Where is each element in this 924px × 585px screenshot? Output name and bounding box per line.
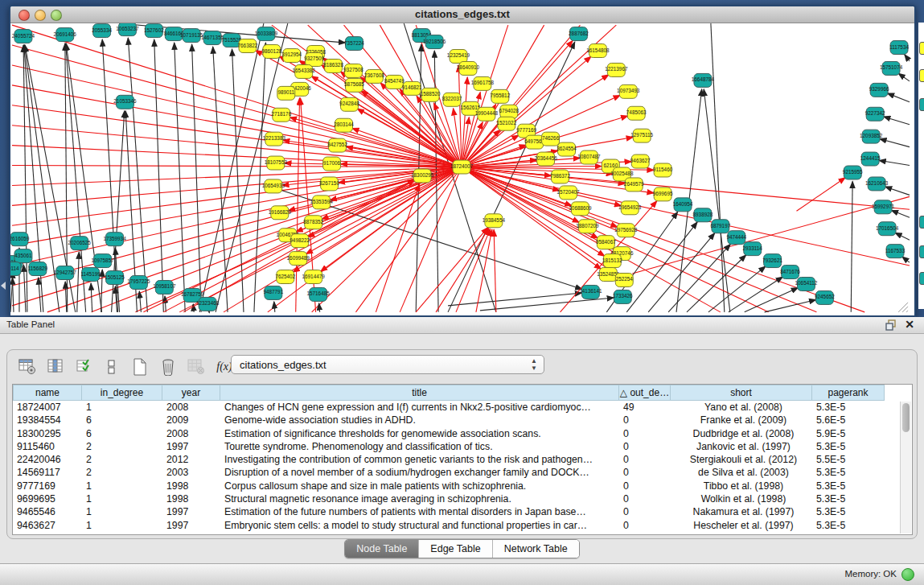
table-panel-header[interactable]: Table Panel ✕ bbox=[0, 317, 924, 334]
graph-node[interactable]: 12325419 bbox=[447, 50, 470, 64]
graph-node[interactable]: 9474444 bbox=[726, 231, 746, 245]
scrollbar-thumb[interactable] bbox=[902, 403, 910, 432]
delete-table-icon[interactable] bbox=[158, 356, 179, 377]
table-row[interactable]: 1872400712008Changes of HCN gene express… bbox=[13, 401, 912, 414]
graph-node[interactable]: 16099489 bbox=[287, 252, 310, 266]
row-height-icon[interactable] bbox=[101, 356, 122, 377]
graph-node[interactable]: 9242848 bbox=[339, 97, 359, 111]
network-canvas-svg[interactable]: 2405572420691406205533410653237152760284… bbox=[10, 23, 911, 314]
graph-node[interactable]: 16914479 bbox=[302, 270, 326, 284]
column-header-out_de[interactable]: △ out_de… bbox=[619, 385, 671, 401]
table-row[interactable]: 2242004622012Investigating the contribut… bbox=[13, 453, 912, 466]
graph-node[interactable]: 2803144 bbox=[334, 118, 354, 132]
graph-node[interactable]: 8471676 bbox=[780, 266, 800, 279]
graph-node[interactable]: 7663822 bbox=[238, 39, 258, 53]
graph-node[interactable]: 10975857 bbox=[91, 254, 114, 268]
graph-node[interactable]: 18640910 bbox=[457, 61, 480, 75]
graph-node[interactable]: 252254 bbox=[615, 274, 633, 287]
graph-node[interactable]: 15716485 bbox=[306, 287, 330, 301]
graph-node[interactable]: 9487791 bbox=[263, 286, 283, 299]
graph-node[interactable]: 16543382 bbox=[293, 64, 316, 78]
graph-node[interactable]: 16154808 bbox=[586, 44, 610, 58]
graph-node[interactable]: 1156829 bbox=[28, 262, 48, 276]
graph-node[interactable]: 8267150 bbox=[319, 177, 339, 191]
table-selector-combobox[interactable]: citations_edges.txt ▲▼ bbox=[231, 355, 544, 374]
graph-node[interactable]: 10653237 bbox=[116, 23, 139, 36]
graph-node[interactable]: 10719135 bbox=[180, 29, 203, 43]
graph-node[interactable]: 14671355 bbox=[201, 31, 224, 45]
graph-node[interactable]: 12093852 bbox=[860, 130, 883, 143]
graph-node[interactable]: 1117534 bbox=[889, 41, 909, 55]
graph-node[interactable]: 10958107 bbox=[153, 281, 176, 295]
column-header-short[interactable]: short bbox=[671, 385, 812, 401]
graph-node[interactable]: 1588520 bbox=[421, 88, 441, 101]
graph-node[interactable]: 18807209 bbox=[576, 220, 599, 233]
graph-node[interactable]: 7955812 bbox=[490, 89, 510, 103]
graph-node[interactable]: 9327508 bbox=[343, 64, 363, 77]
graph-node[interactable]: 39114 bbox=[10, 262, 21, 276]
graph-node[interactable]: 16961758 bbox=[471, 76, 495, 90]
table-settings-icon[interactable] bbox=[17, 356, 38, 377]
graph-node[interactable]: 19654923 bbox=[618, 201, 642, 215]
graph-node[interactable]: 12942757 bbox=[54, 266, 77, 280]
collapse-panel-arrow-icon[interactable] bbox=[1, 282, 6, 290]
graph-node[interactable]: 7932621 bbox=[762, 254, 782, 268]
graph-node[interactable]: 9215955 bbox=[843, 166, 863, 179]
graph-node[interactable]: 16210643 bbox=[865, 177, 889, 191]
graph-node[interactable]: 20206525 bbox=[68, 237, 92, 250]
table-row[interactable]: 977716911998Corpus callosum shape and si… bbox=[13, 480, 912, 492]
graph-node[interactable]: 20691406 bbox=[54, 28, 77, 42]
graph-node[interactable]: 1733426 bbox=[613, 290, 633, 303]
graph-node[interactable]: 18107553 bbox=[265, 156, 288, 170]
graph-node[interactable]: 18724007 bbox=[450, 160, 474, 174]
tab-edge-table[interactable]: Edge Table bbox=[418, 540, 491, 558]
graph-node[interactable]: 12975115 bbox=[630, 129, 653, 142]
graph-node[interactable]: 2367608 bbox=[364, 69, 384, 83]
graph-node[interactable]: 8322037 bbox=[442, 93, 462, 106]
show-columns-icon[interactable] bbox=[45, 356, 66, 377]
graph-node[interactable]: 21053346 bbox=[113, 95, 137, 109]
table-row[interactable]: 911546021997Tourette syndrome. Phenomeno… bbox=[13, 440, 912, 453]
graph-node[interactable]: 10688609 bbox=[569, 202, 592, 216]
graph-node[interactable]: 2616059 bbox=[10, 233, 30, 246]
graph-node[interactable]: 15720407 bbox=[556, 186, 580, 200]
column-header-title[interactable]: title bbox=[220, 385, 619, 401]
graph-node[interactable]: 2055334 bbox=[92, 24, 112, 38]
graph-node[interactable]: 17957225 bbox=[127, 276, 150, 290]
graph-node[interactable]: 16648784 bbox=[692, 73, 715, 87]
graph-node[interactable]: 1521022 bbox=[496, 117, 516, 130]
column-header-year[interactable]: year bbox=[162, 385, 220, 401]
graph-node[interactable]: 10973493 bbox=[617, 84, 640, 98]
graph-node[interactable]: 18300295 bbox=[411, 169, 434, 183]
graph-node[interactable]: 15751074 bbox=[880, 61, 903, 75]
graph-node[interactable]: 12213967 bbox=[605, 63, 628, 76]
graph-node[interactable]: 9699695 bbox=[653, 187, 673, 201]
import-table-icon[interactable] bbox=[186, 356, 207, 377]
float-window-icon[interactable] bbox=[885, 319, 897, 331]
graph-node[interactable]: 10807487 bbox=[577, 150, 601, 164]
graph-node[interactable]: 917006 bbox=[323, 157, 341, 171]
graph-node[interactable]: 8186328 bbox=[323, 59, 343, 72]
graph-node[interactable]: 19218506 bbox=[423, 35, 446, 49]
column-header-pagerank[interactable]: pagerank bbox=[812, 385, 885, 401]
table-row[interactable]: 1830029562008Estimation of significance … bbox=[13, 427, 912, 440]
table-row[interactable]: 969969511998Structural magnetic resonanc… bbox=[13, 492, 912, 505]
graph-node[interactable]: 3624554 bbox=[556, 142, 577, 156]
graph-node[interactable]: 6879197 bbox=[710, 220, 730, 233]
graph-node[interactable]: 10654933 bbox=[262, 179, 285, 193]
graph-node[interactable]: 15992971 bbox=[872, 200, 895, 214]
graph-node[interactable]: 1527602 bbox=[144, 24, 164, 38]
graph-node[interactable]: 9245652 bbox=[815, 290, 835, 304]
graph-node[interactable]: 19384554 bbox=[483, 214, 506, 228]
graph-node[interactable]: 14136141 bbox=[579, 285, 602, 299]
graph-node[interactable]: 1505125 bbox=[105, 271, 125, 285]
graph-node[interactable]: 1167533 bbox=[885, 245, 906, 258]
graph-node[interactable]: 9115460 bbox=[653, 163, 673, 177]
table-row[interactable]: 946362711997Embryonic stem cells: a mode… bbox=[13, 519, 912, 532]
graph-node[interactable]: 7357224 bbox=[344, 37, 364, 51]
network-window-titlebar[interactable]: citations_edges.txt bbox=[10, 6, 914, 23]
resize-grip-icon[interactable] bbox=[898, 303, 908, 312]
graph-node[interactable]: 7986372 bbox=[550, 170, 570, 183]
graph-node[interactable]: 15353594 bbox=[310, 196, 333, 209]
vertical-scrollbar[interactable] bbox=[900, 402, 911, 534]
